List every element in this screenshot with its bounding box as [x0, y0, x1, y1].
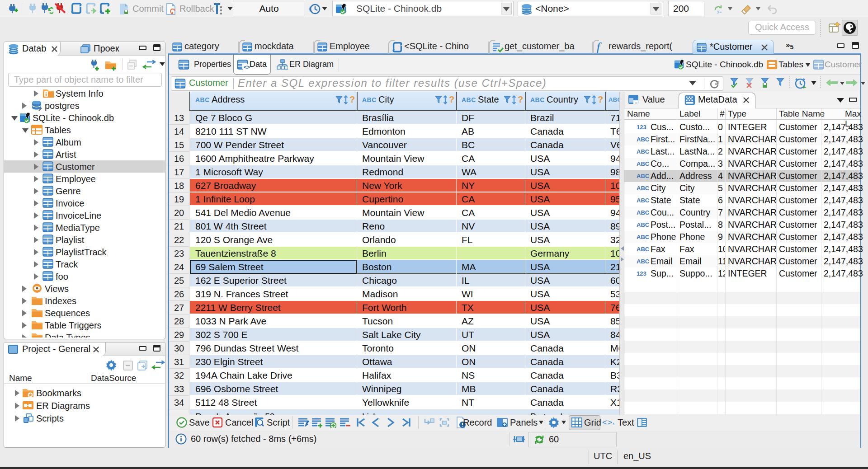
svg-text:f: f [596, 42, 602, 53]
